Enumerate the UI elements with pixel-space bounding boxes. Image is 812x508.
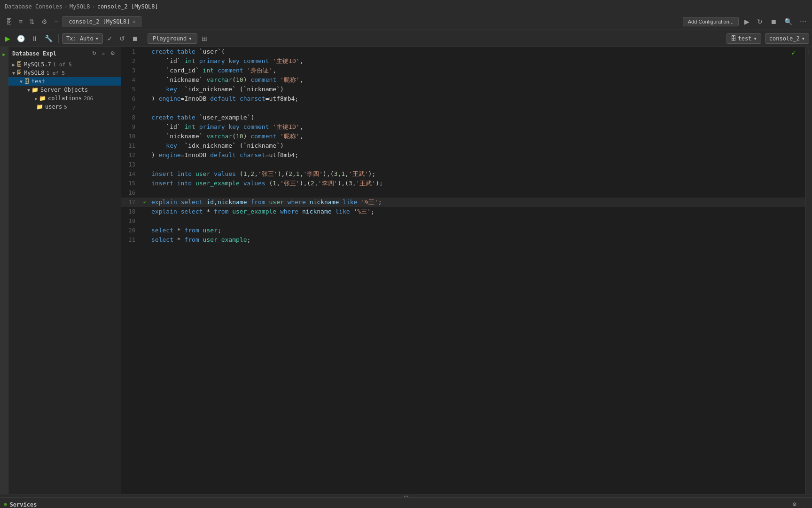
add-config-button[interactable]: Add Configuration... <box>683 17 739 26</box>
run-button[interactable]: ▶ <box>3 33 13 44</box>
sidebar-refresh-icon[interactable]: ↻ <box>90 49 98 57</box>
line-number: 12 <box>121 151 140 160</box>
db-explorer-icon[interactable]: 🗄 <box>4 17 14 26</box>
code-line-20: 20 select * from user; <box>121 226 805 235</box>
tab-close-icon[interactable]: ✕ <box>133 19 135 24</box>
editor-toolbar: ▶ 🕐 ⏸ 🔧 Tx: Auto ▾ ✓ ↺ ⏹ Playground ▾ ⊞ … <box>0 30 812 47</box>
stop-icon[interactable]: ⏹ <box>768 17 779 26</box>
tree-item-label: users <box>45 103 62 110</box>
arrow-icon: ▼ <box>27 87 30 93</box>
search-icon[interactable]: 🔍 <box>782 17 794 26</box>
database-explorer-sidebar: Database Expl ↻ ≡ ⚙ ▶ 🗄 MySQL5.7 1 of 5 … <box>8 47 121 494</box>
sidebar-item-server-objects[interactable]: ▼ 📁 Server Objects <box>8 86 121 94</box>
code-line-13: 13 <box>121 160 805 169</box>
title-bar: 🗄 ≡ ⇅ ⚙ − console_2 [MySQL8] ✕ Add Confi… <box>0 13 812 30</box>
editor-content[interactable]: 1 create table `user`( 2 `id` int primar… <box>121 47 805 494</box>
clock-button[interactable]: 🕐 <box>15 33 27 44</box>
editor-tab[interactable]: console_2 [MySQL8] ✕ <box>62 16 141 27</box>
left-sidebar-strip: ▶ <box>0 47 8 494</box>
tx-dropdown[interactable]: Tx: Auto ▾ <box>62 33 103 44</box>
line-code: `nickname` varchar(10) comment '昵称', <box>149 132 805 141</box>
line-code: create table `user`( <box>149 47 805 56</box>
tree-item-label: collations <box>48 95 82 102</box>
line-code: create table `user_example`( <box>149 113 805 122</box>
line-code: ) engine=InnoDB default charset=utf8mb4; <box>149 94 805 103</box>
toolbar-separator-2 <box>144 34 144 43</box>
code-line-19: 19 <box>121 216 805 226</box>
sidebar-settings-icon[interactable]: ⚙ <box>109 49 117 57</box>
sidebar-item-mysql8[interactable]: ▼ 🗄 MySQL8 1 of 5 <box>8 69 121 77</box>
minus-icon[interactable]: − <box>52 17 60 26</box>
db-selector[interactable]: 🗄 test ▾ <box>726 33 761 44</box>
line-code: insert into user_example values (1,'张三')… <box>149 179 805 188</box>
line-code: `id` int primary key comment '主键ID', <box>149 122 805 132</box>
breadcrumb: Database Consoles › MySQL8 › console_2 [… <box>0 0 812 13</box>
grid-button[interactable]: ⊞ <box>199 33 210 44</box>
line-number: 2 <box>121 56 140 66</box>
wrench-button[interactable]: 🔧 <box>42 33 55 44</box>
editor-area: 1 create table `user`( 2 `id` int primar… <box>121 47 805 494</box>
db-icon: 🗄 <box>24 78 30 85</box>
breadcrumb-item-2[interactable]: MySQL8 <box>70 3 90 10</box>
sidebar-strip-icon-1[interactable]: ▶ <box>1 52 7 57</box>
line-code: `nickname` varchar(10) comment '昵称', <box>149 75 805 85</box>
code-line-12: 12 ) engine=InnoDB default charset=utf8m… <box>121 151 805 160</box>
check-button[interactable]: ✓ <box>105 33 115 44</box>
title-bar-left: 🗄 ≡ ⇅ ⚙ − console_2 [MySQL8] ✕ <box>4 16 141 27</box>
breadcrumb-item-1[interactable]: Database Consoles <box>5 3 62 10</box>
line-number: 18 <box>121 207 140 216</box>
sidebar-item-collations[interactable]: ▶ 📁 collations 286 <box>8 94 121 103</box>
code-line-6: 6 ) engine=InnoDB default charset=utf8mb… <box>121 94 805 103</box>
more-icon[interactable]: ⋯ <box>798 17 808 26</box>
code-line-10: 10 `nickname` varchar(10) comment '昵称', <box>121 132 805 141</box>
chevron-down-icon-3: ▾ <box>754 35 757 42</box>
line-number: 11 <box>121 141 140 151</box>
folder-icon: 📁 <box>31 87 39 93</box>
toolbar-right: 🗄 test ▾ console_2 ▾ <box>726 33 809 44</box>
sidebar-header: Database Expl ↻ ≡ ⚙ <box>8 47 121 60</box>
undo-button[interactable]: ↺ <box>117 33 127 44</box>
layout-icon[interactable]: ≡ <box>17 17 24 26</box>
stop2-button[interactable]: ⏹ <box>129 33 141 44</box>
line-number: 10 <box>121 132 140 141</box>
pause-button[interactable]: ⏸ <box>29 33 40 44</box>
line-number: 4 <box>121 75 140 85</box>
services-close-icon[interactable]: − <box>802 500 808 508</box>
split-icon[interactable]: ⇅ <box>27 17 37 26</box>
services-label: Services <box>10 501 37 508</box>
sidebar-filter-icon[interactable]: ≡ <box>100 49 107 57</box>
chevron-down-icon-4: ▾ <box>802 35 805 42</box>
line-code: key `idx_nickname` (`nickname`) <box>149 85 805 94</box>
db-icon: 🗄 <box>731 35 736 42</box>
settings-icon[interactable]: ⚙ <box>39 17 49 26</box>
sidebar-header-icons: ↻ ≡ ⚙ <box>90 49 117 57</box>
resize-handle[interactable]: ⋯ <box>0 494 812 498</box>
main-layout: ▶ Database Expl ↻ ≡ ⚙ ▶ 🗄 MySQL5.7 1 of … <box>0 47 812 494</box>
tree-item-label: test <box>31 78 45 85</box>
sidebar-title: Database Expl <box>12 50 56 57</box>
arrow-icon: ▼ <box>20 79 23 84</box>
services-icon: ⚙ <box>4 501 7 508</box>
sidebar-item-users[interactable]: 📁 users 5 <box>8 103 121 111</box>
sidebar-item-mysql57[interactable]: ▶ 🗄 MySQL5.7 1 of 5 <box>8 60 121 69</box>
tree-item-badge: 286 <box>84 95 93 102</box>
playground-button[interactable]: Playground ▾ <box>148 33 197 44</box>
code-line-21: 21 select * from user_example; <box>121 235 805 245</box>
code-line-1: 1 create table `user`( <box>121 47 805 56</box>
line-number: 6 <box>121 94 140 103</box>
arrow-icon: ▶ <box>12 62 15 67</box>
code-line-2: 2 `id` int primary key comment '主键ID', <box>121 56 805 66</box>
tree-item-label: MySQL5.7 <box>24 61 51 68</box>
code-line-16: 16 <box>121 188 805 198</box>
sidebar-item-test[interactable]: ▼ 🗄 test <box>8 77 121 86</box>
console-selector[interactable]: console_2 ▾ <box>765 33 809 44</box>
run-icon[interactable]: ▶ <box>742 17 751 26</box>
code-line-8: 8 create table `user_example`( <box>121 113 805 122</box>
tree-item-badge: 1 of 5 <box>46 70 65 76</box>
folder-icon: 📁 <box>36 103 43 110</box>
refresh-icon[interactable]: ↻ <box>755 17 765 26</box>
services-settings-icon[interactable]: ⚙ <box>790 500 799 508</box>
line-number: 17 <box>121 198 140 207</box>
line-number: 13 <box>121 160 140 169</box>
services-header: ⚙ Services ⚙ − <box>0 498 812 508</box>
